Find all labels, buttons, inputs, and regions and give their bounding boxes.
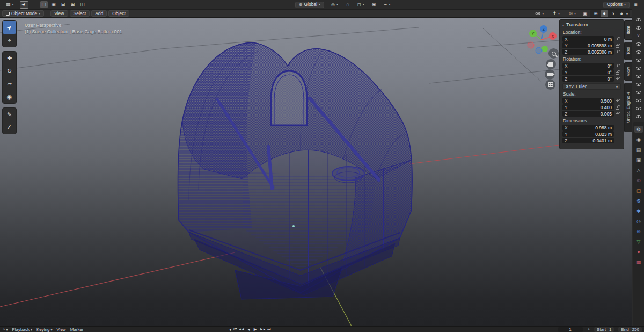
snap-with-dropdown[interactable]: ◻ ▾ [354,2,368,8]
pivot-point-dropdown[interactable]: ◎ ▾ [327,2,342,8]
gizmo-neg-x-axis[interactable] [528,42,534,48]
menu-select[interactable]: Select [70,10,90,17]
mode-selector-dropdown[interactable]: Object Mode ▾ [2,10,44,17]
eye-icon[interactable] [636,50,641,54]
tool-rotate[interactable]: ↻ [3,64,16,77]
next-keyframe-button[interactable]: ►▸ [260,327,265,331]
select-mode-intersect-button[interactable]: ◫ [79,1,86,8]
eye-icon[interactable] [636,83,641,86]
tool-cursor[interactable]: ⌖ [3,34,16,47]
3d-viewport[interactable]: User Perspective (1) Scene Collection | … [0,18,632,326]
eye-icon[interactable] [636,107,641,110]
timeline-menu-marker[interactable]: Marker [70,327,84,332]
tool-move[interactable]: ✚ [3,52,16,64]
options-dropdown[interactable]: Options ▾ [603,2,630,8]
location-x-field[interactable]: X0 m [562,36,614,42]
shading-material-button[interactable]: ◑ [609,10,617,17]
active-tool-button[interactable]: ➤ [20,1,28,9]
eye-icon[interactable] [636,67,641,70]
snap-toggle-button[interactable]: ∩ [344,1,352,8]
properties-tab-material[interactable]: ● [634,248,643,255]
previous-keyframe-button[interactable]: ◂◄ [239,327,245,331]
shading-rendered-button[interactable]: ◕ [618,10,625,17]
location-z-lock[interactable] [614,50,621,54]
proportional-editing-button[interactable]: ◉ [370,1,378,8]
tool-select-box[interactable]: ➤ [3,21,16,34]
timeline-menu-keying[interactable]: Keying▾ [36,327,52,332]
shading-solid-button[interactable]: ● [601,10,608,17]
dimensions-x-field[interactable]: X0.988 m [562,125,614,131]
properties-tab-tool[interactable]: ⚙ [634,126,643,133]
timeline-editor-selector[interactable]: ◔ ▾ [2,327,8,332]
eye-icon[interactable] [636,18,641,21]
sync-clock-icon[interactable]: ◔ [587,327,590,332]
timeline-menu-playback[interactable]: Playback▾ [12,327,32,332]
tool-annotate[interactable]: ✎ [3,108,16,121]
menu-add[interactable]: Add [91,10,107,17]
eye-icon[interactable] [636,115,641,118]
properties-tab-physics[interactable]: ◎ [634,218,643,225]
chevron-collapsed-icon[interactable]: ∨ [637,34,640,38]
gizmo-neg-y-axis[interactable] [541,46,548,52]
tool-scale[interactable]: ▱ [3,77,16,90]
scale-y-lock[interactable] [614,105,621,110]
rotation-x-field[interactable]: X0° [562,63,614,69]
eye-icon[interactable] [636,99,641,102]
rotation-y-field[interactable]: Y0° [562,69,614,75]
toggle-xray-button[interactable]: ▣ [581,10,589,17]
select-mode-new-button[interactable]: ▢ [40,1,48,8]
eye-icon[interactable] [636,75,641,78]
dimensions-y-field[interactable]: Y0.823 m [562,131,614,137]
properties-tab-modifiers[interactable]: ⚙ [634,197,643,204]
menu-view[interactable]: View [50,10,68,17]
tool-measure[interactable]: ∠ [3,121,16,134]
gizmo-neg-z-axis[interactable] [536,47,542,54]
outliner-editor-icon[interactable]: ≡ [634,2,638,8]
location-y-field[interactable]: Y-0.005898 m [562,42,614,48]
camera-view-button[interactable] [545,69,555,80]
properties-tab-scene[interactable]: ◬ [634,167,643,174]
properties-tab-object[interactable]: ▢ [634,187,643,194]
properties-tab-render[interactable]: ◉ [634,136,643,143]
sidebar-tab-unreal-engine-4[interactable]: Unreal Engine 4 [624,83,632,132]
properties-tab-constraints[interactable]: ⊛ [634,228,643,235]
birdcage-wireframe-model[interactable] [178,42,412,299]
select-mode-extend-button[interactable]: ▣ [50,1,57,8]
pan-view-button[interactable] [546,59,556,69]
eye-icon[interactable] [636,26,641,30]
rotation-mode-dropdown[interactable]: XYZ Euler ▾ [562,83,621,90]
show-gizmo-dropdown[interactable]: ✝ ▾ [549,10,564,17]
editor-type-selector[interactable]: ▦ ▾ [2,2,18,8]
record-button[interactable]: ● [229,328,231,331]
show-overlays-dropdown[interactable]: ◎ ▾ [565,10,580,17]
properties-tab-view-layer[interactable]: ▣ [634,156,643,163]
zoom-view-button[interactable] [548,48,559,59]
jump-to-start-button[interactable]: ⏮ [233,327,237,331]
show-object-types-dropdown[interactable]: ▾ [531,10,547,17]
location-z-field[interactable]: Z0.005306 m [562,49,614,55]
rotation-x-lock[interactable] [614,64,621,68]
eye-icon[interactable] [636,59,641,62]
sidebar-tab-item[interactable]: Item [624,20,632,40]
properties-tab-output[interactable]: ▤ [634,146,643,153]
scale-x-lock[interactable] [614,99,621,103]
location-y-lock[interactable] [614,44,621,48]
transform-orientation-dropdown[interactable]: ⊕ Global ▾ [295,2,324,8]
jump-to-end-button[interactable]: ⏭ [267,327,270,331]
properties-tab-object-data[interactable]: ▽ [634,238,643,245]
rotation-y-lock[interactable] [614,70,621,75]
tool-transform[interactable]: ◉ [3,90,16,103]
scale-x-field[interactable]: X0.500 [562,98,614,104]
panel-collapse-icon[interactable]: ▾ [562,23,564,27]
eye-icon[interactable] [636,42,641,46]
sidebar-tab-view[interactable]: View [624,62,632,81]
dimensions-z-field[interactable]: Z0.0401 m [562,138,614,143]
scale-y-field[interactable]: Y0.400 [562,104,614,110]
play-reverse-button[interactable]: ◄ [247,328,251,331]
scale-z-field[interactable]: Z0.005 [562,111,614,117]
properties-tab-particles[interactable]: ✱ [634,207,643,214]
scale-z-lock[interactable] [614,112,621,116]
menu-object[interactable]: Object [108,10,129,17]
current-frame-field[interactable]: 1 [558,327,583,332]
properties-tab-world[interactable]: ⊕ [634,177,643,184]
